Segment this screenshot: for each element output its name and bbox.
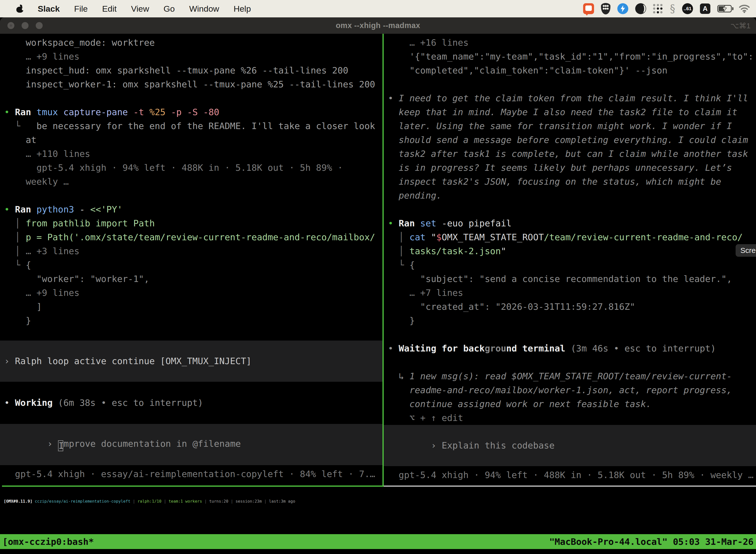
text-segment: -t — [133, 107, 149, 117]
zoom-button[interactable] — [36, 22, 43, 29]
text-segment: Working — [15, 398, 58, 408]
text-segment: I need to get the claim token from the c… — [398, 93, 748, 103]
text-segment: session:23m — [235, 499, 262, 504]
terminal-line: keep that in mind. Maybe I also need the… — [384, 105, 756, 119]
terminal-line: … +7 lines — [384, 286, 756, 300]
screen-tooltip: Scre — [736, 244, 756, 257]
battery-charging-icon[interactable] — [717, 5, 732, 12]
menu-file[interactable]: File — [74, 4, 88, 14]
text-segment: grou — [485, 343, 506, 353]
text-segment: • — [4, 204, 15, 214]
left-prompt-input[interactable]: › Improve documentation in @filename — [0, 424, 382, 465]
text-segment: p = Path('.omx/state/team/review-current… — [26, 232, 375, 242]
squiggle-icon[interactable]: § — [670, 3, 675, 14]
tmux-pane-left[interactable]: workspace_mode: worktree … +9 lines insp… — [0, 34, 382, 486]
minimize-button[interactable] — [21, 22, 28, 29]
text-segment — [33, 499, 35, 504]
apple-menu-icon[interactable] — [16, 5, 23, 13]
terminal-line: task2 after task1 is complete, but can I… — [384, 147, 756, 161]
text-segment: cat — [410, 232, 431, 242]
text-segment: team:1 workers — [169, 499, 202, 504]
menu-go[interactable]: Go — [164, 4, 175, 14]
terminal-line: │ from pathlib import Path — [0, 216, 382, 230]
shield-grid-icon[interactable] — [601, 3, 611, 14]
circle-61-badge-icon[interactable]: ..61 — [682, 3, 693, 14]
text-segment: inspect task2's JSON, focusing on the st… — [388, 176, 721, 187]
terminal-line: "subject": "send a concise recommendatio… — [384, 272, 756, 286]
prompt-chevron: › — [47, 439, 58, 449]
input-placeholder: Explain this codebase — [442, 440, 555, 450]
chat-app-icon[interactable] — [583, 3, 594, 14]
text-segment: │ — [4, 232, 26, 242]
text-segment: Ran — [15, 107, 37, 117]
text-segment: <<'PY' — [90, 204, 123, 214]
input-source-a-icon[interactable]: A — [700, 3, 710, 14]
menu-edit[interactable]: Edit — [102, 4, 117, 14]
prompt-chevron: › — [431, 440, 441, 450]
terminal-line: inspect_hud: omx sparkshell --tmux-pane … — [0, 63, 382, 77]
text-segment: gpt-5.4 xhigh · essay/ai-reimplementatio… — [4, 469, 375, 479]
text-segment: pending. — [388, 190, 442, 201]
text-segment: set — [420, 218, 442, 228]
terminal-line — [0, 189, 382, 203]
right-prompt-input[interactable]: › Explain this codebase — [384, 425, 756, 466]
text-segment: cczip/essay/ai-reimplementation-copyleft — [35, 499, 130, 504]
terminal-line: } — [384, 314, 756, 328]
terminal-line: └ { — [0, 258, 382, 272]
terminal-line: [OMX#0.11.9] cczip/essay/ai-reimplementa… — [0, 494, 756, 508]
text-segment: … +16 lines — [388, 38, 468, 48]
terminal-line: └ { — [384, 258, 756, 272]
menu-slack[interactable]: Slack — [38, 4, 60, 14]
text-segment: at — [4, 135, 37, 145]
terminal-line: ] — [0, 300, 382, 314]
text-segment: | — [229, 499, 236, 504]
menu-window[interactable]: Window — [189, 4, 219, 14]
text-segment: last:3m ago — [269, 499, 295, 504]
left-pane-status-line: gpt-5.4 xhigh · essay/ai-reimplementatio… — [0, 467, 382, 481]
text-segment: $ — [436, 232, 442, 242]
terminal-line — [384, 328, 756, 341]
text-segment: │ — [388, 232, 410, 242]
app-menus: SlackFileEditViewGoWindowHelp — [38, 4, 251, 14]
terminal-line: weekly … — [0, 175, 382, 189]
terminal-line: "completed","claim_token":"claim-token"}… — [384, 63, 756, 77]
close-button[interactable] — [7, 22, 14, 29]
window-shortcut-hint: ⌥⌘1 — [731, 21, 751, 30]
bolt-circle-icon[interactable] — [617, 3, 628, 14]
window-title: omx --xhigh --madmax — [0, 21, 756, 30]
text-segment: [OMX#0.11.9] — [4, 499, 33, 504]
menu-help[interactable]: Help — [234, 4, 251, 14]
text-segment: '{"team_name":"my-team","task_id":"1","f… — [388, 51, 754, 62]
text-segment: • — [388, 93, 398, 103]
text-segment: "completed","claim_token":"claim-token"}… — [388, 65, 668, 75]
contrast-circle-icon[interactable] — [635, 3, 646, 14]
text-segment: ] — [4, 301, 42, 312]
text-segment: "worker": "worker-1", — [4, 274, 149, 284]
tmux-status-bar: [omx-cczip0:bash* "MacBook-Pro-44.local"… — [0, 534, 756, 549]
text-segment: … +9 lines — [4, 51, 79, 62]
text-segment: › — [4, 356, 15, 366]
working-status-row: • Working (6m 38s • esc to interrupt) — [0, 382, 382, 424]
terminal-line: continue assigned work or next feasible … — [384, 397, 756, 411]
text-segment: │ — [388, 246, 410, 256]
macos-menu-bar: SlackFileEditViewGoWindowHelp § ..61 A — [0, 0, 756, 17]
terminal-line — [384, 355, 756, 369]
text-cursor: I — [58, 440, 63, 451]
text-segment: └ — [388, 260, 410, 270]
terminal-line: is in progress? It seems likely but perh… — [384, 161, 756, 175]
text-segment: -p -S -80 — [171, 107, 219, 117]
text-segment: │ — [4, 218, 26, 228]
text-segment: (3m 46s • esc to interrupt) — [571, 343, 716, 353]
menu-view[interactable]: View — [131, 4, 149, 14]
window-title-bar[interactable]: omx --xhigh --madmax ⌥⌘1 — [0, 17, 756, 34]
wifi-icon[interactable] — [739, 4, 750, 13]
text-segment: … +9 lines — [4, 288, 79, 298]
terminal-line: … +9 lines — [0, 286, 382, 300]
input-placeholder: mprove documentation in @filename — [63, 439, 241, 449]
text-segment: • — [4, 107, 15, 117]
dots-grid-icon[interactable] — [653, 4, 663, 14]
terminal-line: • Working (6m 38s • esc to interrupt) — [0, 397, 382, 408]
tmux-pane-right[interactable]: … +16 lines '{"team_name":"my-team","tas… — [384, 34, 756, 486]
text-segment: "subject": "send a concise recommendatio… — [388, 274, 732, 284]
terminal-line: … +110 lines — [0, 147, 382, 161]
